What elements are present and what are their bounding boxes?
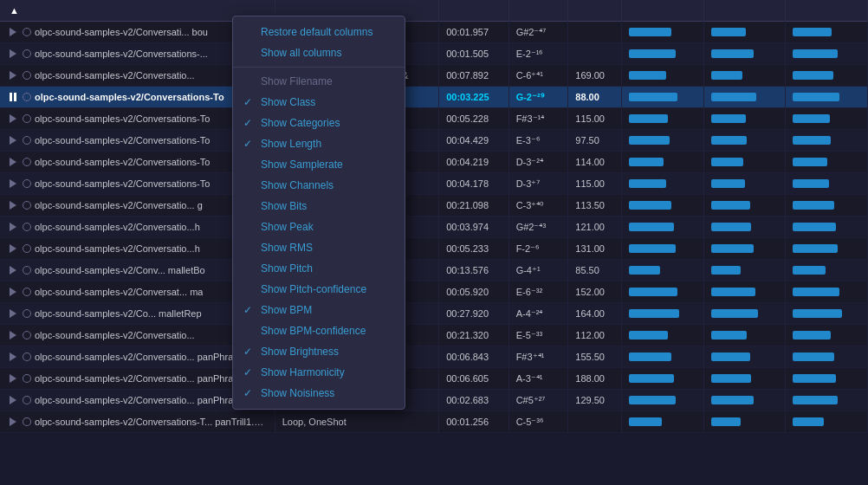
pitch-cell: A-4⁻²⁴ (508, 303, 568, 325)
checkmark-icon: ✓ (243, 117, 252, 129)
length-cell: 00:05.228 (439, 108, 508, 130)
menu-item-show-pitch[interactable]: ✓Show Pitch (233, 258, 405, 279)
play-icon[interactable] (7, 156, 19, 168)
filename-text: olpc-sound-samples-v2/Conversati... bou (35, 27, 208, 37)
play-icon[interactable] (7, 221, 19, 233)
file-table: ▲ (0, 0, 868, 433)
play-icon[interactable] (7, 351, 19, 363)
circle-icon (23, 244, 31, 253)
menu-item-show-length[interactable]: ✓Show Length (233, 133, 405, 154)
col-header-brightness[interactable] (621, 0, 703, 22)
filename-text: olpc-sound-samples-v2/Conversatio...h (35, 222, 200, 232)
checkmark-icon: ✓ (243, 138, 252, 150)
play-icon[interactable] (7, 242, 19, 255)
menu-item-show-noisiness[interactable]: ✓Show Noisiness (233, 383, 405, 404)
menu-item-show-channels[interactable]: ✓Show Channels (233, 175, 405, 196)
table-row[interactable]: olpc-sound-samples-v2/Conversations-Tora… (0, 87, 868, 108)
filename-text: olpc-sound-samples-v2/Conversatio... (35, 330, 195, 340)
pitch-cell: A-3⁻⁴¹ (508, 368, 568, 390)
play-icon[interactable] (7, 69, 19, 81)
noisiness-cell (786, 152, 868, 173)
brightness-cell (621, 411, 703, 433)
table-row[interactable]: olpc-sound-samples-v2/Conversations-Tora… (0, 108, 868, 130)
table-row[interactable]: olpc-sound-samples-v2/Conversations-Tora… (0, 152, 868, 173)
table-row[interactable]: olpc-sound-samples-v2/Conversatio...rack… (0, 325, 868, 346)
table-row[interactable]: olpc-sound-samples-v2/Conversatio... gNa… (0, 195, 868, 217)
pause-icon[interactable] (7, 91, 19, 103)
play-icon[interactable] (7, 329, 19, 341)
bpm-cell: 131.00 (568, 238, 622, 260)
menu-item-show-all[interactable]: ✓Show all columns (233, 42, 405, 63)
menu-item-show-peak[interactable]: ✓Show Peak (233, 217, 405, 237)
brightness-cell (621, 390, 703, 411)
checkmark-icon: ✓ (243, 96, 252, 108)
noisiness-cell (786, 260, 868, 281)
table-row[interactable]: olpc-sound-samples-v2/Conversations-...C… (0, 43, 868, 65)
table-row[interactable]: olpc-sound-samples-v2/Co... malletRepLea… (0, 303, 868, 325)
menu-item-show-bits[interactable]: ✓Show Bits (233, 196, 405, 217)
harmonicity-cell (703, 325, 786, 346)
length-cell: 00:03.974 (439, 217, 508, 238)
play-icon[interactable] (7, 416, 19, 428)
circle-icon (23, 49, 31, 58)
table-row[interactable]: olpc-sound-samples-v2/Conversations-T...… (0, 411, 868, 433)
play-icon[interactable] (7, 178, 19, 190)
length-cell: 00:01.957 (439, 22, 508, 43)
menu-item-show-harmonicity[interactable]: ✓Show Harmonicity (233, 362, 405, 383)
table-row[interactable]: olpc-sound-samples-v2/Conversati... bouL… (0, 22, 868, 43)
play-icon[interactable] (7, 286, 19, 298)
table-row[interactable]: olpc-sound-samples-v2/Conversatio...hLea… (0, 217, 868, 238)
col-header-harmonicity[interactable] (703, 0, 786, 22)
length-cell: 00:04.178 (439, 173, 508, 195)
checkmark-icon: ✓ (243, 387, 252, 399)
table-row[interactable]: olpc-sound-samples-v2/Conversations-Tora… (0, 130, 868, 152)
brightness-cell (621, 346, 703, 368)
table-row[interactable]: olpc-sound-samples-v2/Conversatio... pan… (0, 368, 868, 390)
brightness-cell (621, 108, 703, 130)
noisiness-cell (786, 238, 868, 260)
menu-item-show-rms[interactable]: ✓Show RMS (233, 237, 405, 258)
pitch-cell: F#3⁻¹⁴ (508, 108, 568, 130)
col-header-bpm[interactable] (568, 0, 622, 22)
menu-item-show-class[interactable]: ✓Show Class (233, 92, 405, 113)
pitch-cell: D-3⁻²⁴ (508, 152, 568, 173)
menu-item-show-categories[interactable]: ✓Show Categories (233, 113, 405, 133)
play-icon[interactable] (7, 372, 19, 385)
table-row[interactable]: olpc-sound-samples-v2/Conversat... maLea… (0, 281, 868, 303)
table-row[interactable]: olpc-sound-samples-v2/Conversations-Tora… (0, 173, 868, 195)
menu-item-label: Show Pitch-confidence (261, 283, 366, 295)
play-icon[interactable] (7, 307, 19, 320)
play-icon[interactable] (7, 394, 19, 406)
menu-item-show-bpm-confidence[interactable]: ✓Show BPM-confidence (233, 320, 405, 341)
filename-text: olpc-sound-samples-v2/Conversatio...h (35, 243, 200, 254)
play-icon[interactable] (7, 264, 19, 276)
menu-item-restore-default[interactable]: ✓Restore default columns (233, 22, 405, 42)
pitch-cell: G#2⁻⁴⁷ (508, 22, 568, 43)
menu-item-label: Restore default columns (261, 26, 372, 38)
length-cell: 00:06.843 (439, 346, 508, 368)
play-icon[interactable] (7, 199, 19, 211)
menu-item-show-bpm[interactable]: ✓Show BPM (233, 300, 405, 320)
table-row[interactable]: olpc-sound-samples-v2/Conv... malletBoLe… (0, 260, 868, 281)
menu-item-label: Show all columns (261, 47, 341, 59)
col-header-length[interactable] (439, 0, 508, 22)
play-icon[interactable] (7, 113, 19, 125)
circle-icon (23, 223, 31, 231)
table-row[interactable]: olpc-sound-samples-v2/Conversatio...Lead… (0, 65, 868, 87)
bpm-cell: 85.50 (568, 260, 622, 281)
play-icon[interactable] (7, 48, 19, 60)
col-header-noisiness[interactable] (786, 0, 868, 22)
menu-item-show-samplerate[interactable]: ✓Show Samplerate (233, 154, 405, 175)
menu-item-show-brightness[interactable]: ✓Show Brightness (233, 341, 405, 362)
table-row[interactable]: olpc-sound-samples-v2/Conversatio... pan… (0, 390, 868, 411)
play-icon[interactable] (7, 134, 19, 146)
play-icon[interactable] (7, 26, 19, 38)
menu-item-show-pitch-confidence[interactable]: ✓Show Pitch-confidence (233, 279, 405, 300)
table-row[interactable]: olpc-sound-samples-v2/Conversatio... pan… (0, 346, 868, 368)
table-row[interactable]: olpc-sound-samples-v2/Conversatio...h00:… (0, 238, 868, 260)
pitch-cell: C-5⁻³⁶ (508, 411, 568, 433)
noisiness-cell (786, 325, 868, 346)
col-header-pitch[interactable] (508, 0, 568, 22)
brightness-cell (621, 87, 703, 108)
menu-item-label: Show Bits (261, 200, 307, 212)
